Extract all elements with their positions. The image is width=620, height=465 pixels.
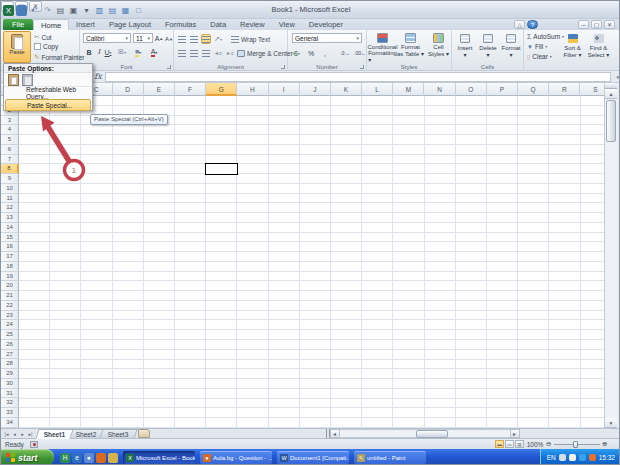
row-header-16[interactable]: 16 xyxy=(1,242,19,252)
print-preview-icon[interactable]: ▤ xyxy=(55,5,66,16)
tab-view[interactable]: View xyxy=(272,19,302,30)
customize-qat-icon[interactable]: ▾ xyxy=(81,5,92,16)
row-header-14[interactable]: 14 xyxy=(1,223,19,233)
book-minimize-button[interactable]: ─ xyxy=(578,20,589,29)
paste-option-keep-formatting-icon[interactable] xyxy=(8,74,19,86)
horizontal-scrollbar[interactable]: ◄ ► xyxy=(330,429,520,438)
column-header-I[interactable]: I xyxy=(269,83,300,96)
find-select-button[interactable]: Find &Select ▾ xyxy=(586,32,611,68)
tab-insert[interactable]: Insert xyxy=(69,19,102,30)
conditional-formatting-button[interactable]: ConditionalFormatting ▾ xyxy=(369,32,396,68)
scroll-right-icon[interactable]: ► xyxy=(510,429,520,438)
prev-sheet-icon[interactable]: ◂ xyxy=(11,430,18,438)
zoom-slider-thumb[interactable] xyxy=(573,441,578,448)
tab-file[interactable]: File xyxy=(3,19,33,30)
firefox-tray-icon[interactable] xyxy=(589,454,596,461)
row-header-20[interactable]: 20 xyxy=(1,281,19,291)
bold-button[interactable]: B xyxy=(84,47,94,57)
window-1-icon[interactable]: ▥ xyxy=(94,5,105,16)
align-right-icon[interactable] xyxy=(201,48,211,58)
borders-button[interactable]: ⊞▾ xyxy=(117,47,127,57)
sheet-tab-sheet1[interactable]: Sheet1 xyxy=(35,429,74,439)
alignment-dialog-launcher-icon[interactable] xyxy=(281,65,285,69)
row-header-8[interactable]: 8 xyxy=(1,164,19,174)
undo-icon[interactable]: ↶ xyxy=(29,5,40,16)
tab-formulas[interactable]: Formulas xyxy=(158,19,203,30)
window-2-icon[interactable]: ▤ xyxy=(107,5,118,16)
normal-view-icon[interactable]: ▬ xyxy=(495,440,504,448)
row-header-11[interactable]: 11 xyxy=(1,194,19,204)
row-header-12[interactable]: 12 xyxy=(1,203,19,213)
align-left-icon[interactable] xyxy=(177,48,187,58)
row-header-9[interactable]: 9 xyxy=(1,174,19,184)
column-header-J[interactable]: J xyxy=(300,83,331,96)
shrink-font-button[interactable]: A▼ xyxy=(164,34,174,44)
cut-button[interactable]: ✂ Cut xyxy=(34,33,52,41)
paste-button[interactable]: Paste xyxy=(3,31,31,63)
underline-button[interactable]: U▾ xyxy=(103,47,113,57)
next-sheet-icon[interactable]: ▸ xyxy=(19,430,26,438)
scroll-up-icon[interactable]: ▲ xyxy=(605,89,617,99)
middle-align-icon[interactable] xyxy=(189,34,199,44)
format-cells-button[interactable]: Format▾ xyxy=(500,32,522,68)
keyboard-tray-icon[interactable] xyxy=(559,454,566,461)
row-header-31[interactable]: 31 xyxy=(1,389,19,399)
minimize-ribbon-icon[interactable]: △ xyxy=(514,20,525,29)
row-header-24[interactable]: 24 xyxy=(1,320,19,330)
insert-worksheet-icon[interactable] xyxy=(138,429,150,438)
selected-cell[interactable] xyxy=(205,163,238,175)
row-header-23[interactable]: 23 xyxy=(1,311,19,321)
clipboard-icon[interactable]: ▣ xyxy=(68,5,79,16)
scroll-down-icon[interactable]: ▼ xyxy=(605,418,617,428)
delete-cells-button[interactable]: Delete▾ xyxy=(477,32,499,68)
sort-filter-button[interactable]: Sort &Filter ▾ xyxy=(560,32,585,68)
column-header-O[interactable]: O xyxy=(456,83,487,96)
font-dialog-launcher-icon[interactable] xyxy=(167,65,171,69)
column-header-D[interactable]: D xyxy=(113,83,144,96)
page-break-view-icon[interactable]: ▤ xyxy=(515,440,524,448)
column-header-K[interactable]: K xyxy=(331,83,362,96)
autosum-button[interactable]: Σ AutoSum▾ xyxy=(527,33,564,40)
row-header-15[interactable]: 15 xyxy=(1,233,19,243)
tab-review[interactable]: Review xyxy=(233,19,272,30)
column-header-P[interactable]: P xyxy=(487,83,518,96)
row-header-28[interactable]: 28 xyxy=(1,359,19,369)
bottom-align-icon[interactable] xyxy=(201,34,211,44)
page-layout-view-icon[interactable]: ▭ xyxy=(505,440,514,448)
vertical-scroll-thumb[interactable] xyxy=(606,100,616,142)
row-header-33[interactable]: 33 xyxy=(1,408,19,418)
increase-indent-icon[interactable]: ►≡ xyxy=(225,48,235,58)
vertical-scrollbar[interactable]: ▲ ▼ xyxy=(604,83,617,428)
folder-icon[interactable] xyxy=(108,453,118,463)
row-header-10[interactable]: 10 xyxy=(1,184,19,194)
book-restore-button[interactable]: ▢ xyxy=(591,20,602,29)
messenger-tray-icon[interactable] xyxy=(579,454,586,461)
top-align-icon[interactable] xyxy=(177,34,187,44)
first-sheet-icon[interactable]: |◂ xyxy=(3,430,10,438)
row-header-30[interactable]: 30 xyxy=(1,379,19,389)
column-header-E[interactable]: E xyxy=(144,83,175,96)
align-center-icon[interactable] xyxy=(189,48,199,58)
sheet-grid[interactable] xyxy=(19,96,604,428)
redo-icon[interactable]: ↷ xyxy=(42,5,53,16)
zoom-out-icon[interactable]: ⊖ xyxy=(546,440,551,448)
font-size-select[interactable]: 11▾ xyxy=(133,33,153,43)
row-header-3[interactable]: 3 xyxy=(1,116,19,126)
macro-record-icon[interactable] xyxy=(30,441,38,448)
row-header-29[interactable]: 29 xyxy=(1,369,19,379)
row-header-32[interactable]: 32 xyxy=(1,398,19,408)
number-format-select[interactable]: General▾ xyxy=(292,33,362,43)
number-dialog-launcher-icon[interactable] xyxy=(360,65,364,69)
fill-button[interactable]: ▼ Fill▾ xyxy=(527,43,547,50)
decrease-indent-icon[interactable]: ◄≡ xyxy=(213,48,223,58)
internet-explorer-icon[interactable]: e xyxy=(72,453,82,463)
firefox-icon[interactable] xyxy=(96,453,106,463)
horizontal-scroll-thumb[interactable] xyxy=(416,430,448,438)
column-header-M[interactable]: M xyxy=(393,83,424,96)
help-icon[interactable]: ? xyxy=(527,20,538,29)
row-header-5[interactable]: 5 xyxy=(1,135,19,145)
column-header-F[interactable]: F xyxy=(175,83,206,96)
column-header-Q[interactable]: Q xyxy=(518,83,549,96)
fill-color-button[interactable]: ■▾ xyxy=(133,47,143,57)
cell-styles-button[interactable]: CellStyles ▾ xyxy=(425,32,452,68)
